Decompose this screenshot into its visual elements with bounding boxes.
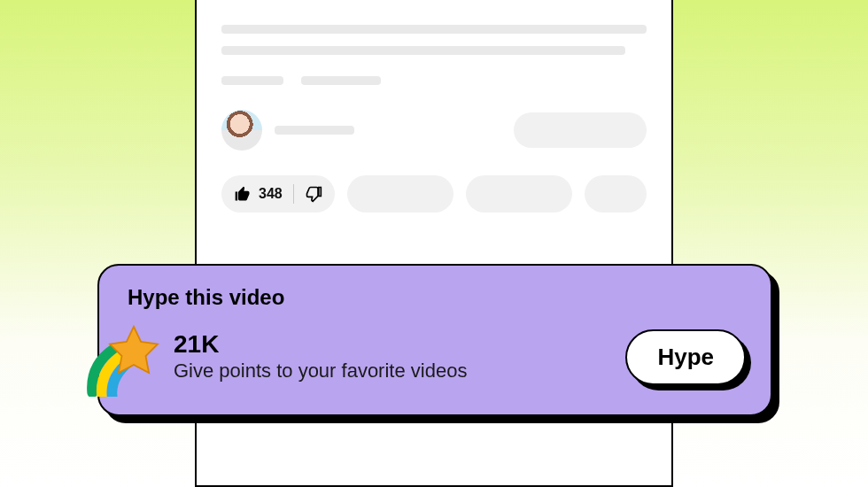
shooting-star-icon (83, 317, 168, 397)
hype-text-block: 21K Give points to your favorite videos (174, 331, 625, 383)
meta-skeleton (221, 76, 283, 85)
thumbs-down-icon (305, 185, 322, 203)
channel-row (221, 110, 647, 151)
subscribe-button-skeleton[interactable] (514, 112, 647, 148)
hype-button-wrapper: Hype (625, 329, 746, 385)
hype-banner-title: Hype this video (128, 285, 746, 310)
avatar[interactable] (221, 110, 262, 151)
like-dislike-pill: 348 (221, 175, 335, 213)
like-button[interactable]: 348 (234, 185, 293, 203)
action-button-skeleton[interactable] (585, 175, 647, 213)
title-skeleton-line (221, 46, 625, 55)
channel-name-skeleton (275, 126, 354, 135)
hype-subtitle: Give points to your favorite videos (174, 359, 625, 383)
meta-skeleton-row (221, 76, 647, 85)
hype-banner: Hype this video 21K Give points to your … (97, 264, 772, 416)
action-button-skeleton[interactable] (347, 175, 453, 213)
actions-row: 348 (221, 175, 647, 213)
title-skeleton-line (221, 25, 647, 34)
hype-button[interactable]: Hype (625, 329, 746, 385)
like-count: 348 (259, 186, 283, 202)
action-button-skeleton[interactable] (466, 175, 572, 213)
dislike-button[interactable] (294, 185, 322, 203)
thumbs-up-icon (234, 185, 252, 203)
hype-count: 21K (174, 331, 625, 359)
meta-skeleton (301, 76, 381, 85)
